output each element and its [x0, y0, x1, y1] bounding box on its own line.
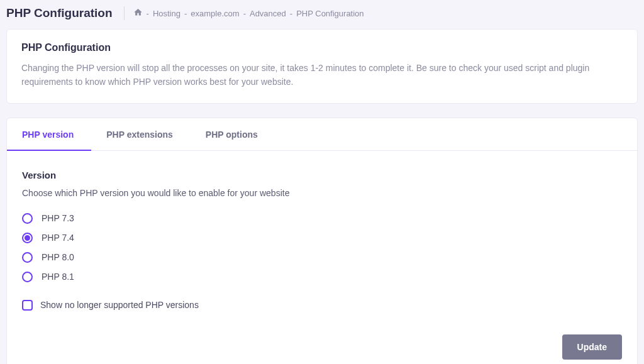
version-option-8-1[interactable]: PHP 8.1	[22, 272, 622, 282]
breadcrumb-sep: -	[243, 9, 246, 18]
radio-icon	[22, 213, 33, 224]
breadcrumb: - Hosting - example.com - Advanced - PHP…	[133, 8, 364, 19]
version-option-7-3[interactable]: PHP 7.3	[22, 213, 622, 224]
config-panel: PHP version PHP extensions PHP options V…	[6, 118, 638, 364]
page-header: PHP Configuration - Hosting - example.co…	[0, 0, 644, 29]
radio-label: PHP 8.0	[42, 252, 74, 262]
tab-content: Version Choose which PHP version you wou…	[7, 151, 637, 364]
radio-icon	[22, 272, 33, 282]
tab-php-extensions[interactable]: PHP extensions	[91, 118, 191, 151]
breadcrumb-advanced[interactable]: Advanced	[250, 9, 286, 18]
tab-php-version[interactable]: PHP version	[7, 118, 91, 151]
version-option-8-0[interactable]: PHP 8.0	[22, 252, 622, 263]
version-description: Choose which PHP version you would like …	[22, 188, 622, 198]
tab-php-options[interactable]: PHP options	[191, 118, 275, 151]
tab-bar: PHP version PHP extensions PHP options	[7, 118, 637, 151]
show-unsupported-checkbox[interactable]: Show no longer supported PHP versions	[22, 300, 622, 311]
version-option-7-4[interactable]: PHP 7.4	[22, 233, 622, 243]
version-title: Version	[22, 170, 622, 180]
radio-icon	[22, 252, 33, 263]
breadcrumb-sep: -	[147, 9, 149, 18]
header-divider	[124, 6, 125, 20]
radio-label: PHP 7.4	[42, 233, 74, 243]
breadcrumb-hosting[interactable]: Hosting	[153, 9, 180, 18]
checkbox-label: Show no longer supported PHP versions	[40, 300, 199, 310]
page-title: PHP Configuration	[6, 6, 124, 20]
actions-footer: Update	[22, 334, 622, 360]
radio-icon	[22, 233, 33, 243]
home-icon[interactable]	[133, 8, 143, 19]
checkbox-icon	[22, 300, 33, 311]
breadcrumb-current: PHP Configuration	[296, 9, 364, 18]
radio-label: PHP 7.3	[42, 213, 74, 223]
info-card: PHP Configuration Changing the PHP versi…	[6, 29, 638, 104]
info-card-title: PHP Configuration	[21, 42, 623, 53]
breadcrumb-sep: -	[184, 9, 187, 18]
radio-label: PHP 8.1	[42, 272, 74, 282]
update-button[interactable]: Update	[562, 334, 622, 360]
info-card-description: Changing the PHP version will stop all t…	[21, 61, 623, 89]
version-radio-group: PHP 7.3 PHP 7.4 PHP 8.0 PHP 8.1	[22, 213, 622, 282]
breadcrumb-sep: -	[290, 9, 292, 18]
breadcrumb-domain[interactable]: example.com	[191, 9, 239, 18]
